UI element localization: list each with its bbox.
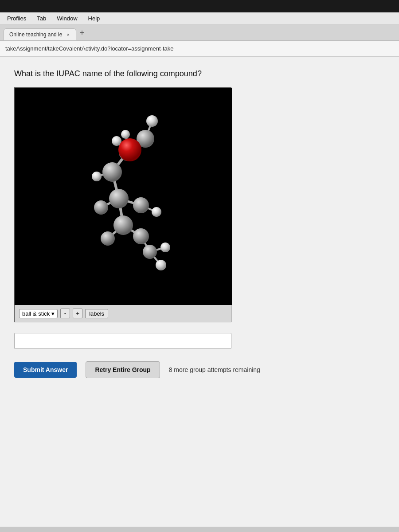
retry-entire-group-button[interactable]: Retry Entire Group bbox=[86, 361, 160, 378]
url-text: takeAssignment/takeCovalentActivity.do?l… bbox=[5, 45, 173, 52]
main-content: What is the IUPAC name of the following … bbox=[0, 57, 399, 527]
browser-tab[interactable]: Online teaching and le × bbox=[4, 28, 76, 40]
new-tab-button[interactable]: + bbox=[76, 27, 88, 39]
svg-point-28 bbox=[146, 115, 158, 127]
labels-button[interactable]: labels bbox=[85, 309, 108, 318]
svg-point-29 bbox=[156, 260, 166, 270]
svg-point-24 bbox=[94, 200, 108, 215]
svg-point-20 bbox=[102, 162, 122, 182]
question-text: What is the IUPAC name of the following … bbox=[14, 69, 385, 78]
svg-point-27 bbox=[143, 245, 157, 259]
svg-point-26 bbox=[101, 231, 115, 246]
tab-label: Online teaching and le bbox=[9, 31, 62, 38]
svg-point-34 bbox=[121, 130, 130, 139]
attempts-remaining-text: 8 more group attempts remaining bbox=[169, 366, 260, 373]
svg-point-30 bbox=[160, 243, 170, 252]
svg-point-31 bbox=[152, 207, 161, 217]
address-bar: takeAssignment/takeCovalentActivity.do?l… bbox=[0, 41, 399, 57]
window-chrome bbox=[0, 0, 399, 12]
svg-point-25 bbox=[133, 228, 149, 244]
svg-point-32 bbox=[92, 172, 102, 181]
molecule-svg bbox=[15, 88, 232, 305]
view-mode-select[interactable]: ball & stick ▾ bbox=[19, 309, 58, 318]
zoom-in-button[interactable]: + bbox=[73, 309, 82, 318]
buttons-row: Submit Answer Retry Entire Group 8 more … bbox=[14, 361, 385, 378]
zoom-out-button[interactable]: - bbox=[60, 309, 70, 318]
menu-window[interactable]: Window bbox=[57, 15, 77, 22]
tab-close-icon[interactable]: × bbox=[66, 32, 70, 37]
viewer-controls: ball & stick ▾ - + labels bbox=[15, 305, 231, 322]
tab-bar: Online teaching and le × + bbox=[0, 25, 399, 41]
view-mode-label: ball & stick bbox=[22, 310, 50, 317]
svg-point-35 bbox=[118, 138, 141, 161]
submit-answer-button[interactable]: Submit Answer bbox=[14, 362, 77, 378]
menu-tab[interactable]: Tab bbox=[37, 15, 46, 22]
svg-point-23 bbox=[133, 197, 149, 213]
molecule-viewer: ball & stick ▾ - + labels bbox=[14, 87, 231, 322]
menu-help[interactable]: Help bbox=[88, 15, 100, 22]
svg-point-18 bbox=[113, 215, 133, 235]
chevron-down-icon: ▾ bbox=[51, 310, 55, 317]
menu-bar: Profiles Tab Window Help bbox=[0, 12, 399, 25]
menu-profiles[interactable]: Profiles bbox=[7, 15, 26, 22]
svg-point-19 bbox=[109, 189, 129, 208]
answer-input[interactable] bbox=[14, 333, 231, 349]
molecule-canvas bbox=[15, 88, 232, 305]
